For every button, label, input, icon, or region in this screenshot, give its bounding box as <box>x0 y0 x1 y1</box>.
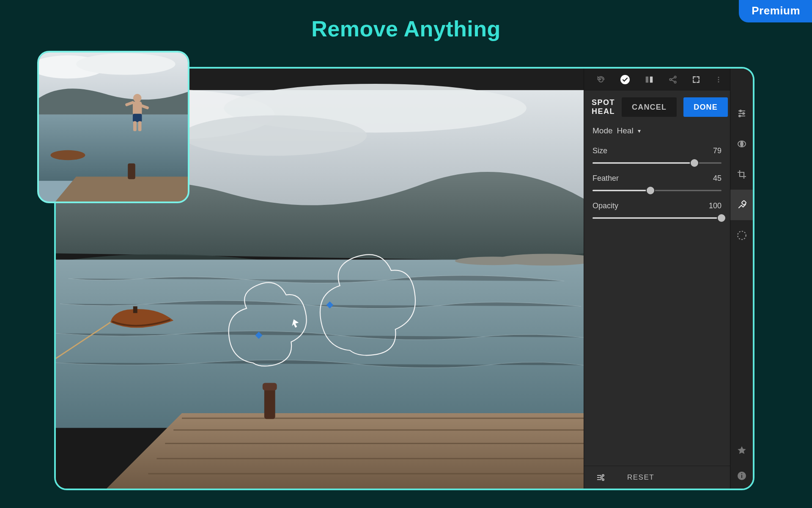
opacity-label: Opacity <box>593 202 618 210</box>
spot-heal-panel: SPOT HEAL CANCEL DONE Mode Heal ▾ Size 7… <box>584 69 730 489</box>
opacity-slider[interactable]: Opacity 100 <box>593 202 721 223</box>
adjust-tool-icon[interactable] <box>730 98 753 129</box>
svg-point-6 <box>50 150 85 160</box>
fullscreen-icon[interactable] <box>692 74 700 85</box>
svg-rect-13 <box>138 121 142 131</box>
svg-point-49 <box>740 141 743 147</box>
info-icon[interactable] <box>730 463 753 489</box>
svg-rect-9 <box>133 114 142 122</box>
svg-point-40 <box>718 79 719 80</box>
reset-button[interactable]: RESET <box>627 473 654 482</box>
svg-marker-4 <box>55 177 188 202</box>
star-icon[interactable] <box>730 438 753 463</box>
svg-point-2 <box>76 53 176 75</box>
svg-rect-12 <box>133 121 137 131</box>
cancel-button[interactable]: CANCEL <box>622 97 677 117</box>
mode-value: Heal <box>617 126 634 135</box>
svg-point-41 <box>718 81 719 83</box>
premium-label: Premium <box>752 4 800 17</box>
canvas-top-actions <box>584 69 730 91</box>
svg-point-51 <box>738 231 746 240</box>
panel-action-row: SPOT HEAL CANCEL DONE <box>584 91 730 124</box>
svg-rect-5 <box>128 163 135 179</box>
svg-point-39 <box>718 77 719 78</box>
crop-tool-icon[interactable] <box>730 159 753 190</box>
opacity-value: 100 <box>709 202 721 210</box>
slider-group: Size 79 Feather 45 Opacity 100 <box>584 138 730 223</box>
feather-value: 45 <box>713 174 721 183</box>
panel-title: SPOT HEAL <box>592 98 615 116</box>
svg-point-47 <box>739 115 741 117</box>
size-slider[interactable]: Size 79 <box>593 146 721 168</box>
svg-point-45 <box>740 110 741 112</box>
done-button[interactable]: DONE <box>683 97 728 117</box>
feather-label: Feather <box>593 174 619 183</box>
before-thumbnail <box>37 51 189 203</box>
undo-icon[interactable] <box>596 74 606 85</box>
masking-tool-icon[interactable] <box>730 129 753 159</box>
chevron-down-icon: ▾ <box>638 127 641 134</box>
svg-point-42 <box>602 475 604 476</box>
mode-selector[interactable]: Mode Heal ▾ <box>584 124 730 138</box>
hero-title-text: Remove Anything <box>311 17 501 41</box>
size-value: 79 <box>713 146 721 155</box>
cancel-label: CANCEL <box>632 103 667 112</box>
svg-rect-54 <box>741 473 742 474</box>
radial-tool-icon[interactable] <box>730 220 753 251</box>
compare-icon[interactable] <box>645 74 654 85</box>
svg-rect-31 <box>255 332 262 339</box>
feather-slider[interactable]: Feather 45 <box>593 174 721 196</box>
svg-point-38 <box>674 81 676 83</box>
svg-point-43 <box>601 477 602 478</box>
svg-rect-53 <box>741 475 742 478</box>
size-label: Size <box>593 146 607 155</box>
panel-footer: RESET <box>584 466 730 489</box>
hero-title: Remove Anything <box>0 16 812 41</box>
svg-rect-35 <box>650 77 653 83</box>
healing-tool-icon[interactable] <box>730 190 753 220</box>
svg-point-46 <box>743 113 744 114</box>
right-rail: SPOT HEAL CANCEL DONE Mode Heal ▾ Size 7… <box>584 69 753 489</box>
svg-rect-32 <box>326 301 333 309</box>
share-icon[interactable] <box>668 74 678 85</box>
svg-point-37 <box>674 76 676 78</box>
tool-strip <box>730 69 753 489</box>
svg-rect-34 <box>646 77 648 83</box>
accept-icon[interactable] <box>620 74 630 85</box>
more-icon[interactable] <box>715 74 722 85</box>
svg-point-44 <box>602 479 604 480</box>
svg-rect-8 <box>133 101 142 115</box>
svg-rect-3 <box>39 115 188 181</box>
done-label: DONE <box>694 103 718 112</box>
adjust-preset-icon[interactable] <box>595 472 606 483</box>
svg-point-7 <box>133 94 142 102</box>
cursor-icon <box>292 319 299 328</box>
mode-label: Mode <box>593 126 613 135</box>
